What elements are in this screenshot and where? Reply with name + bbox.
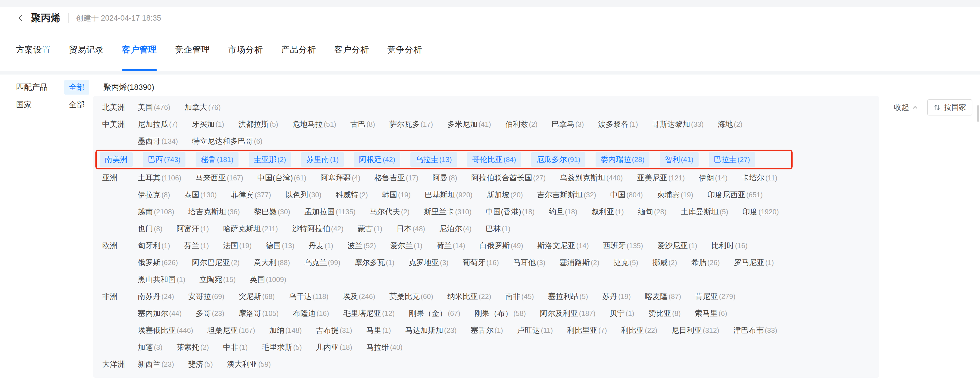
country-item[interactable]: 中国(香港)(18) <box>486 207 535 217</box>
country-item[interactable]: 美国(476) <box>138 102 170 112</box>
country-item[interactable]: 卢旺达(11) <box>517 325 553 335</box>
country-item[interactable]: 伯利兹(2) <box>505 119 538 129</box>
tab-customer-analysis[interactable]: 客户分析 <box>334 29 369 71</box>
country-item[interactable]: 俄罗斯(626) <box>138 258 178 268</box>
country-item[interactable]: 哥斯达黎加(33) <box>652 119 703 129</box>
country-item[interactable]: 乌兹别克斯坦(440) <box>560 173 623 183</box>
country-item[interactable]: 危地马拉(51) <box>293 119 336 129</box>
country-item[interactable]: 葡萄牙(16) <box>463 258 499 268</box>
country-item[interactable]: 刚果（布）(58) <box>474 308 526 318</box>
country-item[interactable]: 土耳其(1106) <box>138 173 181 183</box>
tab-plan-settings[interactable]: 方案设置 <box>16 29 51 71</box>
country-item[interactable]: 泰国(130) <box>184 190 217 200</box>
country-item[interactable]: 安哥拉(69) <box>188 291 224 302</box>
country-item[interactable]: 苏丹(19) <box>602 291 630 302</box>
country-item[interactable]: 沙特阿拉伯(42) <box>292 224 344 234</box>
country-item[interactable]: 孟加拉国(1135) <box>304 207 355 217</box>
country-item[interactable]: 马里(1) <box>366 325 391 335</box>
country-item[interactable]: 黎巴嫩(30) <box>254 207 290 217</box>
country-item[interactable]: 摩洛哥(105) <box>239 308 278 318</box>
country-all-option[interactable]: 全部 <box>69 99 85 110</box>
country-item[interactable]: 南苏丹(24) <box>138 291 174 302</box>
country-item[interactable]: 莱索托(2) <box>177 342 209 352</box>
country-item[interactable]: 墨西哥(134) <box>138 136 178 146</box>
country-item[interactable]: 约旦(18) <box>549 207 577 217</box>
country-item[interactable]: 土库曼斯坦(5) <box>681 207 729 217</box>
country-item[interactable]: 智利(41) <box>660 152 698 167</box>
country-item[interactable]: 利比里亚(7) <box>567 325 607 335</box>
country-item[interactable]: 塞内加尔(44) <box>138 308 181 318</box>
country-item[interactable]: 突尼斯(68) <box>239 291 275 302</box>
country-item[interactable]: 喀麦隆(87) <box>645 291 681 302</box>
country-item[interactable]: 阿根廷(42) <box>354 152 400 167</box>
country-item[interactable]: 海地(2) <box>718 119 743 129</box>
country-item[interactable]: 韩国(19) <box>382 190 410 200</box>
country-item[interactable]: 新加坡(20) <box>487 190 523 200</box>
country-item[interactable]: 摩尔多瓦(1) <box>355 258 395 268</box>
country-item[interactable]: 荷兰(14) <box>437 240 465 251</box>
country-item[interactable]: 蒙古(1) <box>358 224 382 234</box>
country-item[interactable]: 爱沙尼亚(1) <box>657 240 697 251</box>
country-item[interactable]: 斯洛文尼亚(14) <box>538 240 589 251</box>
country-item[interactable]: 莫桑比克(60) <box>389 291 433 302</box>
country-item[interactable]: 厄瓜多尔(91) <box>531 152 585 167</box>
country-item[interactable]: 贝宁(1) <box>610 308 635 318</box>
country-item[interactable]: 巴西(743) <box>143 152 185 167</box>
country-item[interactable]: 格鲁吉亚(17) <box>375 173 418 183</box>
country-item[interactable]: 加纳(148) <box>269 325 302 335</box>
country-item[interactable]: 巴拿马(3) <box>552 119 584 129</box>
country-item[interactable]: 中国(台湾)(61) <box>258 173 306 183</box>
country-item[interactable]: 印度尼西亚(651) <box>707 190 763 200</box>
country-item[interactable]: 阿塞拜疆(4) <box>320 173 360 183</box>
tab-product-analysis[interactable]: 产品分析 <box>281 29 316 71</box>
country-item[interactable]: 吉布提(31) <box>316 325 352 335</box>
country-item[interactable]: 阿尔及利亚(187) <box>540 308 595 318</box>
country-item[interactable]: 塔吉克斯坦(36) <box>188 207 240 217</box>
country-item[interactable]: 白俄罗斯(49) <box>479 240 523 251</box>
country-item[interactable]: 多米尼加(41) <box>447 119 491 129</box>
country-item[interactable]: 委内瑞拉(28) <box>595 152 649 167</box>
country-item[interactable]: 尼泊尔(4) <box>439 224 472 234</box>
country-item[interactable]: 科威特(2) <box>336 190 368 200</box>
country-item[interactable]: 塞舌尔(1) <box>471 325 503 335</box>
country-item[interactable]: 毛里求斯(5) <box>262 342 302 352</box>
country-item[interactable]: 南非(45) <box>505 291 534 302</box>
country-item[interactable]: 黑山共和国(1) <box>138 274 185 285</box>
continent-label-oceania[interactable]: 大洋洲 <box>93 356 138 373</box>
country-item[interactable]: 巴林(1) <box>486 224 511 234</box>
country-item[interactable]: 利比亚(22) <box>621 325 657 335</box>
country-item[interactable]: 埃及(246) <box>343 291 375 302</box>
country-item[interactable]: 马拉维(40) <box>366 342 402 352</box>
country-item[interactable]: 新西兰(23) <box>138 359 174 369</box>
country-item[interactable]: 匈牙利(1) <box>138 240 170 251</box>
country-item[interactable]: 中国(804) <box>610 190 643 200</box>
country-item[interactable]: 萨尔瓦多(17) <box>389 119 433 129</box>
country-item[interactable]: 苏里南(1) <box>301 152 344 167</box>
country-item[interactable]: 比利时(16) <box>711 240 748 251</box>
country-item[interactable]: 圭亚那(2) <box>249 152 291 167</box>
country-item[interactable]: 阿尔巴尼亚(2) <box>192 258 240 268</box>
tab-market-analysis[interactable]: 市场分析 <box>228 29 263 71</box>
country-item[interactable]: 毛里塔尼亚(12) <box>343 308 395 318</box>
country-item[interactable]: 马尔代夫(2) <box>370 207 410 217</box>
country-item[interactable]: 立陶宛(15) <box>200 274 236 285</box>
country-item[interactable]: 马达加斯加(23) <box>405 325 457 335</box>
country-item[interactable]: 斐济(5) <box>188 359 213 369</box>
country-item[interactable]: 埃塞俄比亚(446) <box>138 325 193 335</box>
continent-label-south-america[interactable]: 南美洲 <box>100 152 133 167</box>
country-item[interactable]: 刚果（金）(67) <box>409 308 460 318</box>
country-item[interactable]: 也门(8) <box>138 224 162 234</box>
tab-competition-analysis[interactable]: 竞争分析 <box>387 29 422 71</box>
continent-label-north-america[interactable]: 北美洲 <box>93 99 138 116</box>
country-item[interactable]: 阿富汗(1) <box>177 224 209 234</box>
country-item[interactable]: 挪威(2) <box>652 258 677 268</box>
country-item[interactable]: 哥伦比亚(84) <box>467 152 521 167</box>
country-item[interactable]: 希腊(26) <box>691 258 720 268</box>
country-item[interactable]: 越南(2108) <box>138 207 174 217</box>
country-item[interactable]: 古巴(8) <box>350 119 375 129</box>
country-item[interactable]: 塞浦路斯(2) <box>560 258 600 268</box>
country-item[interactable]: 波多黎各(1) <box>598 119 638 129</box>
country-item[interactable]: 乌拉圭(13) <box>410 152 457 167</box>
country-item[interactable]: 洪都拉斯(5) <box>238 119 278 129</box>
country-item[interactable]: 斯里兰卡(310) <box>424 207 471 217</box>
